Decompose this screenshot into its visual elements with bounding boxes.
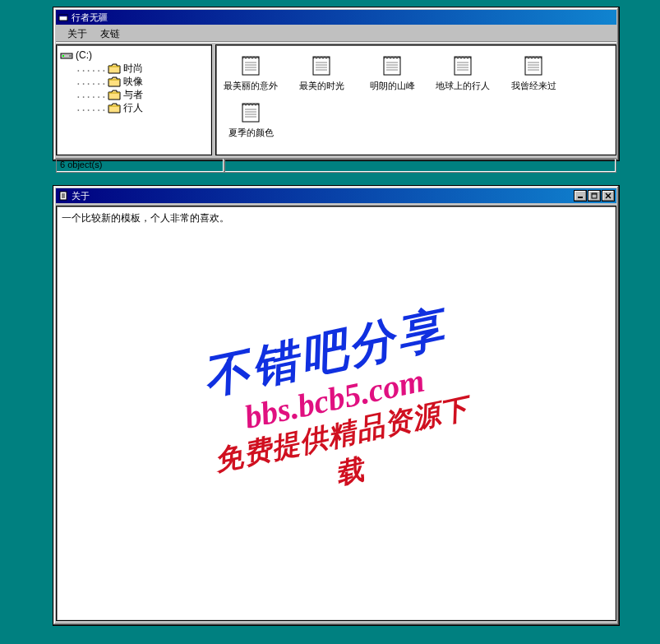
file-item[interactable]: 最美丽的意外 [223, 52, 279, 92]
svg-rect-1 [59, 15, 67, 16]
tree-folder-label: 映像 [123, 75, 143, 89]
folder-icon [108, 76, 121, 87]
file-item[interactable]: 我曾经来过 [505, 52, 561, 92]
tree-root[interactable]: (C:) [60, 49, 208, 62]
explorer-window: 行者无疆 关于 友链 (C:) ......时尚 ......映像 ......… [53, 7, 620, 161]
text-file-icon [379, 52, 405, 78]
svg-rect-3 [62, 55, 64, 57]
folder-icon [108, 90, 121, 100]
text-file-icon [238, 52, 264, 78]
file-item[interactable]: 夏季的颜色 [223, 99, 279, 139]
status-text: 6 object(s) [56, 158, 224, 173]
watermark-line3: 免费提供精品资源下载 [201, 387, 491, 519]
svg-rect-25 [525, 57, 542, 75]
file-item[interactable]: 明朗的山峰 [364, 52, 420, 92]
folder-icon [108, 63, 121, 74]
text-file-icon [520, 52, 547, 78]
text-file-icon [450, 52, 476, 78]
close-button[interactable] [602, 190, 615, 202]
watermark: 不错吧分享 bbs.bcb5.com 免费提供精品资源下载 [182, 294, 491, 519]
svg-rect-4 [69, 55, 72, 57]
statusbar: 6 object(s) [56, 158, 616, 173]
tree-folder[interactable]: ......与者 [60, 88, 208, 101]
list-pane[interactable]: 最美丽的意外最美的时光明朗的山峰地球上的行人我曾经来过夏季的颜色 [215, 44, 616, 155]
file-label: 夏季的颜色 [228, 127, 274, 139]
about-text: 一个比较新的模板，个人非常的喜欢。 [62, 211, 229, 225]
file-label: 最美的时光 [299, 80, 344, 92]
tree-root-label: (C:) [76, 49, 92, 61]
tree-folder-label: 与者 [123, 88, 143, 102]
window-title: 关于 [72, 190, 573, 202]
titlebar[interactable]: 行者无疆 [56, 10, 616, 25]
svg-rect-30 [242, 104, 259, 122]
minimize-button[interactable] [574, 190, 587, 202]
menubar: 关于 友链 [56, 27, 616, 42]
drive-icon [60, 50, 73, 61]
file-label: 明朗的山峰 [370, 80, 415, 92]
tree-connector: ...... [60, 102, 106, 114]
split-container: (C:) ......时尚 ......映像 ......与者 ......行人… [56, 44, 616, 155]
file-label: 最美丽的意外 [224, 80, 278, 92]
text-file-icon [238, 99, 264, 125]
tree-folder[interactable]: ......行人 [60, 101, 208, 114]
status-empty [224, 158, 616, 173]
watermark-line2: bbs.bcb5.com [194, 350, 475, 447]
titlebar[interactable]: 关于 [56, 188, 616, 203]
about-body: 一个比较新的模板，个人非常的喜欢。 不错吧分享 bbs.bcb5.com 免费提… [56, 206, 616, 621]
window-title: 行者无疆 [72, 12, 615, 24]
tree-connector: ...... [60, 89, 106, 100]
tree-pane[interactable]: (C:) ......时尚 ......映像 ......与者 ......行人 [56, 44, 212, 155]
maximize-button[interactable] [588, 190, 601, 202]
file-label: 地球上的行人 [436, 80, 490, 92]
menu-links[interactable]: 友链 [94, 26, 127, 42]
tree-connector: ...... [60, 63, 106, 74]
tree-folder-label: 时尚 [123, 62, 143, 76]
tree-folder-label: 行人 [123, 101, 143, 115]
watermark-line1: 不错吧分享 [182, 294, 468, 414]
menu-about[interactable]: 关于 [61, 26, 94, 42]
text-file-icon [308, 52, 335, 78]
doc-icon [58, 190, 69, 202]
svg-rect-10 [313, 57, 330, 75]
file-item[interactable]: 最美的时光 [293, 52, 349, 92]
file-item[interactable]: 地球上的行人 [435, 52, 491, 92]
svg-rect-20 [455, 57, 471, 75]
file-grid: 最美丽的意外最美的时光明朗的山峰地球上的行人我曾经来过夏季的颜色 [223, 52, 609, 139]
tree-folder[interactable]: ......时尚 [60, 62, 208, 75]
tree-connector: ...... [60, 76, 106, 87]
file-label: 我曾经来过 [511, 80, 556, 92]
app-icon [58, 12, 69, 23]
svg-rect-5 [242, 57, 259, 75]
svg-rect-15 [384, 57, 400, 75]
titlebar-buttons [573, 190, 615, 202]
tree-folder[interactable]: ......映像 [60, 75, 208, 88]
folder-icon [108, 103, 121, 114]
about-window: 关于 一个比较新的模板，个人非常的喜欢。 不错吧分享 bbs.bcb5.com … [53, 185, 620, 626]
